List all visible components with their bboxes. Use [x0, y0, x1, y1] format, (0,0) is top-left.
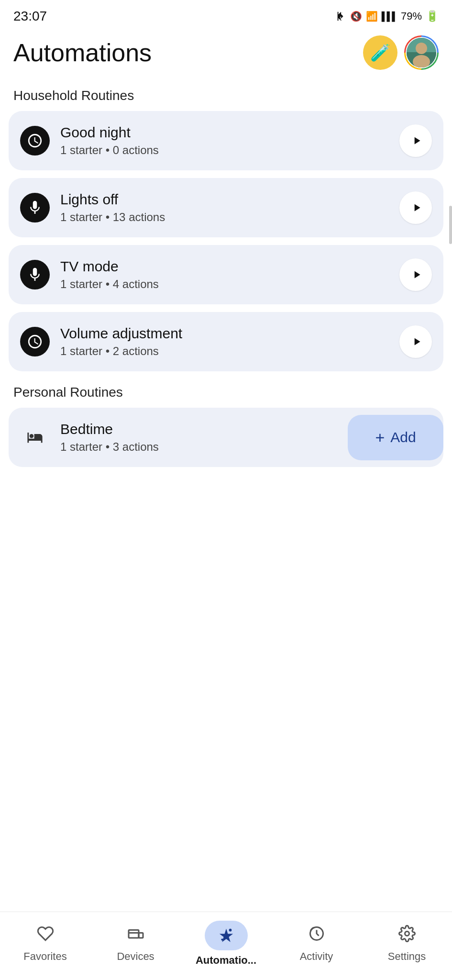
routine-name: Good night [60, 124, 399, 141]
routine-name: Lights off [60, 191, 399, 208]
list-item[interactable]: Bedtime 1 starter • 3 actions + Add [9, 408, 443, 467]
avatar-image [407, 38, 436, 67]
sparkle-icon [218, 927, 234, 944]
routine-info-tv-mode: TV mode 1 starter • 4 actions [60, 258, 399, 291]
battery-icon: 🔋 [426, 10, 439, 22]
sidebar-item-devices[interactable]: Devices [90, 925, 181, 963]
status-time: 23:07 [13, 9, 47, 24]
battery-text: 79% [401, 10, 422, 22]
avatar[interactable] [404, 35, 439, 70]
clock-icon-good-night [20, 126, 50, 156]
mute-icon: 🔇 [350, 11, 362, 22]
sidebar-item-automations[interactable]: Automatio... [181, 921, 271, 967]
gear-icon [398, 925, 416, 947]
list-item[interactable]: Volume adjustment 1 starter • 2 actions [9, 312, 443, 371]
routine-info-volume: Volume adjustment 1 starter • 2 actions [60, 325, 399, 358]
household-routines-list: Good night 1 starter • 0 actions Lights … [0, 111, 452, 371]
bluetooth-icon: bt [336, 11, 346, 22]
svg-point-4 [416, 43, 427, 54]
routine-info-lights-off: Lights off 1 starter • 13 actions [60, 191, 399, 224]
mic-icon-lights-off [20, 193, 50, 223]
flask-button[interactable]: 🧪 [363, 35, 397, 70]
routine-meta: 1 starter • 13 actions [60, 211, 399, 224]
signal-icon: ▌▌▌ [382, 11, 397, 22]
routine-name: TV mode [60, 258, 399, 275]
mic-icon-tv-mode [20, 260, 50, 290]
svg-rect-7 [139, 933, 143, 938]
svg-rect-6 [129, 930, 139, 938]
list-item[interactable]: Lights off 1 starter • 13 actions [9, 178, 443, 237]
add-label: Add [390, 429, 416, 445]
play-button-tv-mode[interactable] [399, 258, 432, 291]
play-icon [410, 201, 423, 214]
play-button-lights-off[interactable] [399, 191, 432, 224]
play-icon [410, 268, 423, 281]
header: Automations 🧪 [0, 29, 452, 75]
page-title: Automations [13, 38, 152, 67]
automations-label: Automatio... [196, 954, 256, 967]
list-item[interactable]: Good night 1 starter • 0 actions [9, 111, 443, 170]
activity-icon [308, 925, 325, 947]
status-icons: bt 🔇 📶 ▌▌▌ 79% 🔋 [336, 10, 439, 22]
automations-pill [205, 921, 248, 950]
add-button[interactable]: + Add [348, 415, 443, 460]
play-button-good-night[interactable] [399, 124, 432, 157]
favorites-label: Favorites [23, 950, 66, 963]
svg-point-10 [221, 938, 223, 940]
heart-icon [37, 925, 54, 947]
personal-routines-list: Bedtime 1 starter • 3 actions + Add [0, 408, 452, 467]
status-bar: 23:07 bt 🔇 📶 ▌▌▌ 79% 🔋 [0, 0, 452, 29]
play-button-volume[interactable] [399, 325, 432, 358]
sidebar-item-activity[interactable]: Activity [271, 925, 362, 963]
add-button-area: + Add [348, 408, 443, 467]
play-icon [410, 335, 423, 348]
list-item[interactable]: TV mode 1 starter • 4 actions [9, 245, 443, 304]
devices-icon [127, 925, 144, 947]
svg-point-9 [229, 929, 232, 932]
sidebar-item-settings[interactable]: Settings [362, 925, 452, 963]
scroll-indicator [449, 206, 452, 244]
play-icon [410, 134, 423, 147]
bed-icon-bedtime [20, 423, 50, 452]
svg-point-12 [405, 931, 409, 935]
routine-meta: 1 starter • 4 actions [60, 278, 399, 291]
header-actions: 🧪 [363, 35, 439, 70]
plus-icon: + [375, 428, 385, 447]
household-routines-label: Household Routines [0, 75, 452, 111]
routine-meta: 1 starter • 0 actions [60, 144, 399, 157]
main-content: Household Routines Good night 1 starter … [0, 75, 452, 534]
settings-label: Settings [388, 950, 426, 963]
flask-icon: 🧪 [370, 43, 390, 62]
clock-icon-volume [20, 327, 50, 356]
bottom-nav: Favorites Devices Automatio... [0, 912, 452, 980]
avatar-svg [407, 38, 436, 67]
devices-label: Devices [117, 950, 154, 963]
routine-meta: 1 starter • 2 actions [60, 345, 399, 358]
activity-label: Activity [300, 950, 333, 963]
personal-routines-label: Personal Routines [0, 371, 452, 408]
routine-name: Volume adjustment [60, 325, 399, 342]
wifi-icon: 📶 [366, 11, 378, 22]
sidebar-item-favorites[interactable]: Favorites [0, 925, 90, 963]
routine-info-good-night: Good night 1 starter • 0 actions [60, 124, 399, 157]
